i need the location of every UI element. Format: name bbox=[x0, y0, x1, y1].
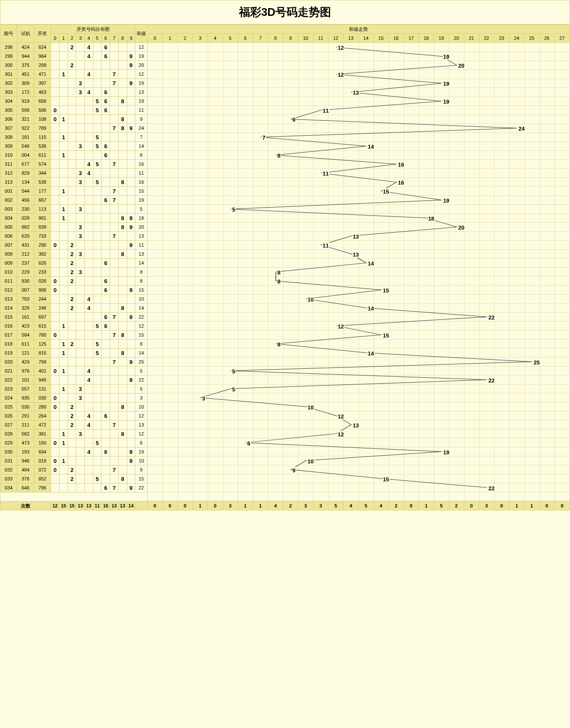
digit-cell: 8 bbox=[118, 178, 127, 187]
trial-cell: 424 bbox=[17, 43, 34, 52]
digit-cell bbox=[118, 385, 127, 394]
digit-cell bbox=[101, 115, 110, 124]
trend-count: 5 bbox=[434, 501, 449, 510]
digit-col-0: 0 bbox=[51, 34, 60, 43]
period-cell: 298 bbox=[0, 43, 17, 52]
digit-cell bbox=[101, 133, 110, 142]
digit-cell: 6 bbox=[101, 196, 110, 205]
trend-col-9: 9 bbox=[283, 34, 298, 43]
digit-cell bbox=[93, 52, 101, 61]
digit-cell bbox=[101, 214, 110, 223]
trial-cell: 291 bbox=[17, 412, 34, 421]
digit-cell bbox=[76, 295, 85, 304]
trend-col-25: 25 bbox=[524, 34, 539, 43]
digit-cell bbox=[76, 412, 85, 421]
digit-cell bbox=[118, 70, 127, 79]
trend-point: 14 bbox=[367, 143, 374, 149]
trend-point: 19 bbox=[443, 80, 450, 87]
digit-cell bbox=[127, 160, 135, 169]
digit-cell bbox=[127, 349, 135, 358]
digit-cell: 2 bbox=[68, 295, 76, 304]
digit-cell bbox=[68, 196, 76, 205]
digit-cell bbox=[76, 106, 85, 115]
digit-cell: 7 bbox=[110, 313, 119, 322]
digit-cell bbox=[93, 223, 101, 232]
digit-cell bbox=[118, 376, 127, 385]
digit-cell bbox=[93, 394, 101, 403]
digit-cell bbox=[127, 430, 135, 439]
digit-cell bbox=[93, 196, 101, 205]
trend-table: 期号 试机 开奖 开奖号码分布图 和值 和值走势 012345678901234… bbox=[0, 24, 570, 510]
spacer bbox=[0, 492, 148, 501]
digit-cell bbox=[76, 133, 85, 142]
col-trend: 和值走势 bbox=[147, 25, 570, 34]
digit-cell bbox=[85, 439, 93, 448]
trend-point: 3 bbox=[202, 395, 206, 401]
trial-cell: 546 bbox=[17, 142, 34, 151]
digit-cell bbox=[93, 421, 101, 430]
digit-cell bbox=[59, 88, 68, 97]
digit-cell bbox=[118, 421, 127, 430]
draw-cell: 780 bbox=[34, 331, 51, 340]
digit-cell: 3 bbox=[76, 385, 85, 394]
digit-cell: 2 bbox=[68, 304, 76, 313]
digit-cell: 1 bbox=[59, 70, 68, 79]
trend-point: 14 bbox=[367, 305, 374, 311]
digit-cell bbox=[110, 43, 119, 52]
digit-cell bbox=[110, 474, 119, 483]
digit-cell: 0 bbox=[51, 241, 60, 250]
digit-cell: 2 bbox=[68, 241, 76, 250]
trend-point: 16 bbox=[397, 179, 404, 185]
digit-cell: 3 bbox=[76, 178, 85, 187]
digit-cell bbox=[93, 286, 101, 295]
digit-cell bbox=[127, 88, 135, 97]
sum-cell: 18 bbox=[135, 214, 147, 223]
digit-cell bbox=[76, 331, 85, 340]
digit-cell bbox=[110, 97, 119, 106]
digit-cell bbox=[93, 412, 101, 421]
digit-cell: 4 bbox=[85, 421, 93, 430]
draw-cell: 113 bbox=[34, 205, 51, 214]
period-cell: 306 bbox=[0, 115, 17, 124]
digit-cell bbox=[93, 124, 101, 133]
trend-point: 15 bbox=[382, 287, 389, 293]
period-cell: 020 bbox=[0, 358, 17, 367]
digit-cell bbox=[51, 43, 60, 52]
trend-count: 0 bbox=[464, 501, 479, 510]
period-cell: 313 bbox=[0, 178, 17, 187]
draw-cell: 964 bbox=[34, 52, 51, 61]
digit-cell bbox=[76, 187, 85, 196]
digit-cell bbox=[68, 151, 76, 160]
trend-point: 5 bbox=[232, 386, 236, 392]
trend-col-10: 10 bbox=[298, 34, 313, 43]
digit-cell bbox=[85, 97, 93, 106]
trend-count: 0 bbox=[147, 501, 162, 510]
digit-cell bbox=[118, 151, 127, 160]
digit-cell bbox=[59, 106, 68, 115]
digit-cell bbox=[51, 421, 60, 430]
sum-cell: 12 bbox=[135, 70, 147, 79]
digit-cell bbox=[68, 331, 76, 340]
digit-cell bbox=[68, 286, 76, 295]
digit-cell bbox=[59, 412, 68, 421]
digit-cell: 1 bbox=[59, 133, 68, 142]
digit-cell: 0 bbox=[51, 286, 60, 295]
digit-cell bbox=[59, 277, 68, 286]
sum-cell: 8 bbox=[135, 268, 147, 277]
digit-cell bbox=[101, 331, 110, 340]
digit-count: 16 bbox=[101, 501, 110, 510]
trial-cell: 134 bbox=[17, 178, 34, 187]
digit-cell: 2 bbox=[68, 340, 76, 349]
digit-cell bbox=[118, 187, 127, 196]
digit-cell: 3 bbox=[76, 142, 85, 151]
trend-col-17: 17 bbox=[403, 34, 418, 43]
trend-count: 2 bbox=[449, 501, 464, 510]
digit-cell bbox=[76, 313, 85, 322]
digit-cell bbox=[118, 295, 127, 304]
trend-col-23: 23 bbox=[494, 34, 509, 43]
trend-point: 14 bbox=[367, 260, 374, 266]
draw-cell: 574 bbox=[34, 160, 51, 169]
trend-point: 22 bbox=[488, 485, 495, 491]
trend-count: 1 bbox=[509, 501, 524, 510]
digit-cell bbox=[51, 196, 60, 205]
